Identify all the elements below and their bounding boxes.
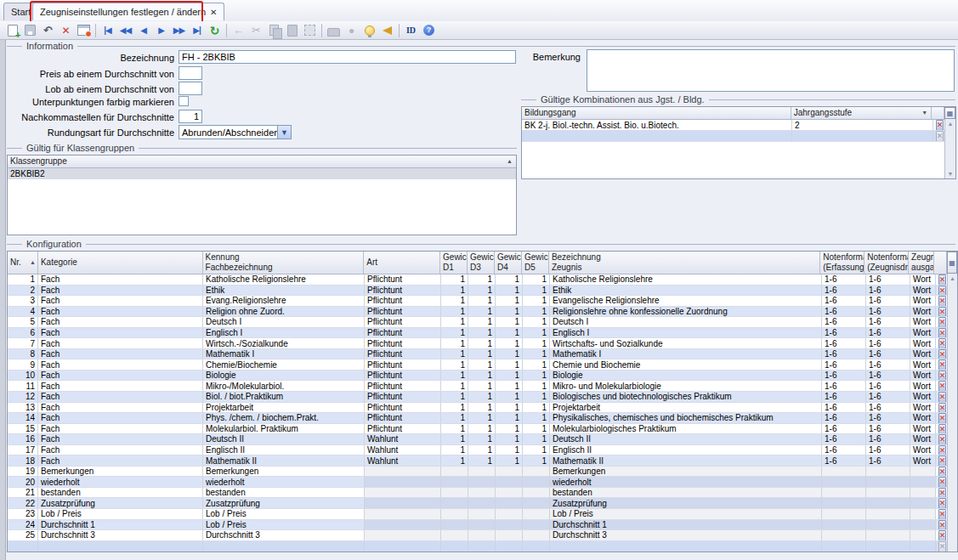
- klassengruppen-header[interactable]: Klassengruppe ▲: [8, 156, 516, 167]
- konfiguration-header-notenformat-zeugnisdruck[interactable]: Notenformat(Zeugnisdruck): [864, 252, 909, 274]
- paste-button[interactable]: [283, 22, 301, 38]
- tab-zeugniseinstellungen[interactable]: Zeugniseinstellungen festlegen / ändern …: [32, 3, 224, 20]
- konfiguration-row[interactable]: 14FachPhys. /chem. / biochem.Prakt.Pflic…: [8, 413, 957, 424]
- konfiguration-header-zeugnisausgabe[interactable]: Zeugnis-ausgabe: [909, 252, 934, 274]
- kombinationen-header-bildungsgang[interactable]: Bildungsgang: [522, 107, 791, 119]
- delete-row-button[interactable]: ✕: [938, 307, 947, 317]
- print-button[interactable]: [325, 22, 343, 38]
- delete-row-button[interactable]: ✕: [938, 328, 947, 338]
- delete-row-button[interactable]: ✕: [938, 424, 947, 434]
- delete-row-button[interactable]: ✕: [938, 488, 947, 498]
- delete-row-button[interactable]: ✕: [938, 413, 947, 423]
- nav-first-button[interactable]: [99, 22, 116, 38]
- konfiguration-row[interactable]: 11FachMikro-/Molekularbiol.Pflichtunt111…: [8, 381, 957, 392]
- konfiguration-row[interactable]: 23Lob / PreisLob / PreisLob / Preis✕: [8, 509, 957, 520]
- klassengruppe-row[interactable]: 2BKBIB2: [8, 168, 516, 179]
- nav-next-button[interactable]: [152, 22, 170, 38]
- kombination-row[interactable]: BK 2-j. Biol.-techn. Assist. Bio. u.Biot…: [522, 120, 955, 131]
- delete-row-button[interactable]: ✕: [938, 403, 947, 413]
- delete-row-button[interactable]: ✕: [938, 520, 947, 530]
- konfiguration-header-gewicht-d4[interactable]: GewichtD4: [495, 252, 522, 274]
- konfiguration-header-gewicht-d1[interactable]: GewichtD1: [440, 252, 468, 274]
- delete-row-button[interactable]: ✕: [938, 477, 947, 487]
- konfiguration-column-chooser-button[interactable]: ▦: [947, 252, 957, 274]
- konfiguration-row[interactable]: 19BemerkungenBemerkungenBemerkungen✕: [8, 467, 957, 478]
- konfiguration-row[interactable]: 10FachBiologiePflichtunt1111Biologie1-61…: [8, 371, 957, 382]
- konfiguration-header-kategorie[interactable]: Kategorie: [38, 252, 203, 274]
- delete-row-button[interactable]: ✕: [938, 338, 947, 348]
- konfiguration-row[interactable]: 24Durchschnitt 1Lob / PreisDurchschnitt …: [8, 520, 957, 531]
- konfiguration-row[interactable]: 4FachReligion ohne Zuord.Pflichtunt1111R…: [8, 307, 957, 318]
- konfiguration-row[interactable]: 13FachProjektarbeitPflichtunt1111Projekt…: [8, 403, 957, 414]
- konfiguration-row[interactable]: 20wiederholtwiederholtwiederholt✕: [8, 477, 957, 488]
- konfiguration-row[interactable]: 12FachBiol. / biot.PraktikumPflichtunt11…: [8, 392, 957, 403]
- delete-row-button[interactable]: ✕: [938, 498, 947, 508]
- delete-row-button[interactable]: ✕: [936, 131, 944, 141]
- delete-row-button[interactable]: ✕: [938, 296, 947, 306]
- id-button[interactable]: ID: [402, 22, 420, 38]
- notification-button[interactable]: [378, 22, 396, 38]
- undo-button[interactable]: [39, 22, 57, 38]
- back-button[interactable]: [230, 22, 247, 38]
- konfiguration-row[interactable]: 7FachWirtsch.-/SozialkundePflichtunt1111…: [8, 338, 957, 349]
- delete-row-button[interactable]: ✕: [938, 286, 947, 296]
- nachkommastellen-input[interactable]: [179, 110, 202, 123]
- nav-prev-fast-button[interactable]: [116, 22, 134, 38]
- rundungsart-select[interactable]: Abrunden/Abschneiden ▼: [179, 125, 292, 139]
- help-button[interactable]: [420, 22, 438, 38]
- delete-row-button[interactable]: ✕: [936, 120, 944, 130]
- kombinationen-header-jahrgangsstufe[interactable]: Jahrgangsstufe ▼: [791, 107, 932, 119]
- refresh-button[interactable]: [206, 22, 224, 38]
- konfiguration-row[interactable]: 22ZusatzprüfungZusatzprüfungZusatzprüfun…: [8, 498, 957, 509]
- unterpunktungen-checkbox[interactable]: [179, 96, 189, 106]
- lob-input[interactable]: [179, 82, 202, 95]
- hint-button[interactable]: [360, 22, 378, 38]
- tab-zeugniseinstellungen-close-icon[interactable]: ✕: [210, 8, 217, 17]
- delete-row-button[interactable]: ✕: [938, 274, 947, 285]
- konfiguration-row[interactable]: 18FachMathematik IIWahlunt1111Mathematik…: [8, 455, 957, 467]
- preis-input[interactable]: [179, 66, 202, 80]
- delete-row-button[interactable]: ✕: [938, 530, 947, 540]
- konfiguration-row[interactable]: 5FachDeutsch IPflichtunt1111Deutsch I1-6…: [8, 317, 957, 328]
- kombinationen-scrollbar[interactable]: ▲ ▼: [944, 119, 955, 178]
- konfiguration-header-notenformat-erfassung[interactable]: Notenformat(Erfassung): [820, 252, 864, 274]
- konfiguration-row[interactable]: 15FachMolekularbiol. PraktikumPflichtunt…: [8, 424, 957, 435]
- konfiguration-row[interactable]: 17FachEnglisch IIWahlunt1111Englisch II1…: [8, 445, 957, 456]
- copy-button[interactable]: [265, 22, 283, 38]
- jahrgangsstufe-filter-icon[interactable]: ▼: [921, 110, 927, 116]
- scroll-up-icon[interactable]: ▲: [948, 121, 954, 127]
- scroll-down-icon[interactable]: ▼: [948, 171, 954, 177]
- konfiguration-row[interactable]: 25Durchschnitt 3Durchschnitt 3Durchschni…: [8, 530, 957, 541]
- delete-row-button[interactable]: ✕: [938, 349, 947, 359]
- delete-row-button[interactable]: ✕: [938, 445, 947, 455]
- delete-row-button[interactable]: ✕: [938, 455, 947, 466]
- konfiguration-header-bezeichnung[interactable]: BezeichnungZeugnis: [549, 252, 820, 274]
- nav-next-fast-button[interactable]: [170, 22, 188, 38]
- delete-button[interactable]: [57, 22, 75, 38]
- bezeichnung-input[interactable]: [179, 50, 516, 64]
- new-record-button[interactable]: [3, 22, 21, 38]
- konfiguration-row[interactable]: 16FachDeutsch IIWahlunt1111Deutsch II1-6…: [8, 434, 957, 445]
- delete-row-button[interactable]: ✕: [938, 541, 947, 552]
- delete-row-button[interactable]: ✕: [938, 317, 947, 327]
- konfiguration-header-nr[interactable]: Nr.▲: [8, 252, 38, 274]
- nav-last-button[interactable]: [188, 22, 206, 38]
- rundungsart-dropdown-icon[interactable]: ▼: [277, 126, 291, 139]
- data-form-button[interactable]: [75, 22, 93, 38]
- kombination-new-row[interactable]: ✕: [522, 131, 955, 142]
- konfiguration-row[interactable]: 3FachEvang.ReligionslehrePflichtunt1111E…: [8, 296, 957, 307]
- delete-row-button[interactable]: ✕: [938, 467, 947, 477]
- konfiguration-header-art[interactable]: Art: [364, 252, 440, 274]
- delete-row-button[interactable]: ✕: [938, 392, 947, 402]
- konfiguration-row[interactable]: 9FachChemie/BiochemiePflichtunt1111Chemi…: [8, 359, 957, 371]
- cut-button[interactable]: [247, 22, 265, 38]
- stamp-button[interactable]: [343, 22, 360, 38]
- konfiguration-row[interactable]: 21bestandenbestandenbestanden✕: [8, 488, 957, 499]
- delete-row-button[interactable]: ✕: [938, 359, 947, 370]
- konfiguration-row[interactable]: 6FachEnglisch IPflichtunt1111Englisch I1…: [8, 328, 957, 339]
- konfiguration-scrollbar[interactable]: ▲: [947, 274, 957, 552]
- konfiguration-header-gewicht-d5[interactable]: GewichtD5: [522, 252, 549, 274]
- scroll-up-icon[interactable]: ▲: [949, 275, 955, 281]
- delete-row-button[interactable]: ✕: [938, 434, 947, 444]
- select-button[interactable]: [301, 22, 319, 38]
